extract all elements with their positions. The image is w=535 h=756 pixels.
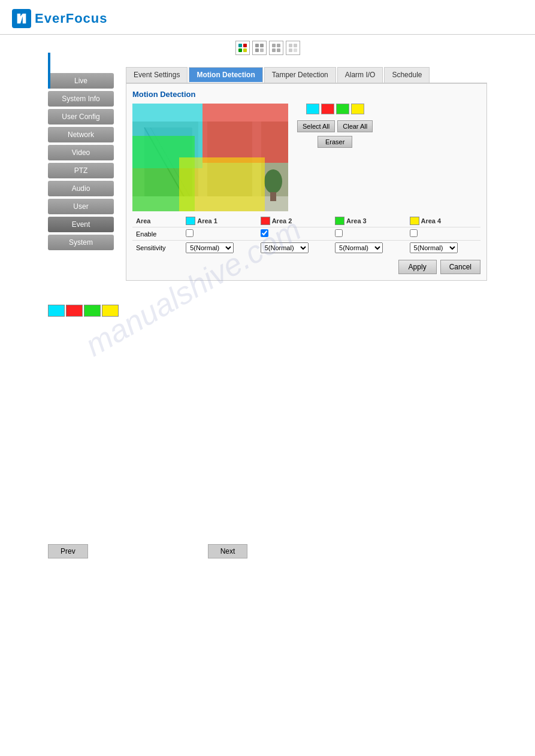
cancel-button[interactable]: Cancel xyxy=(440,260,480,274)
zone-red xyxy=(202,104,288,163)
enable-label: Enable xyxy=(132,227,182,241)
area3-header: Area 3 xyxy=(331,215,406,227)
area3-label: Area 3 xyxy=(346,217,367,224)
sensitivity-label: Sensitivity xyxy=(132,241,182,256)
area-header: Area xyxy=(132,215,182,227)
sidebar-item-audio[interactable]: Audio xyxy=(48,181,114,196)
svg-rect-9 xyxy=(277,44,280,47)
select-all-button[interactable]: Select All xyxy=(297,120,335,132)
area1-sensitivity-select[interactable]: 1(Low)2345(Normal)6789(High) xyxy=(186,242,234,253)
next-button[interactable]: Next xyxy=(208,544,248,558)
area4-sensitivity-select[interactable]: 1(Low)2345(Normal)6789(High) xyxy=(410,242,458,253)
area4-header: Area 4 xyxy=(406,215,480,227)
sidebar-item-event[interactable]: Event xyxy=(48,217,114,232)
eraser-button[interactable]: Eraser xyxy=(318,136,352,148)
tab-alarm-io[interactable]: Alarm I/O xyxy=(337,67,383,83)
icon-box-1[interactable] xyxy=(235,41,250,55)
svg-rect-5 xyxy=(260,44,264,47)
sidebar: Live System Info User Config Network Vid… xyxy=(48,73,114,281)
apply-button[interactable]: Apply xyxy=(398,260,437,274)
svg-rect-11 xyxy=(277,48,280,52)
area2-header: Area 2 xyxy=(257,215,331,227)
sidebar-item-video[interactable]: Video xyxy=(48,145,114,160)
prev-button[interactable]: Prev xyxy=(48,544,88,558)
logo-icon xyxy=(12,9,31,28)
enable-row: Enable xyxy=(132,227,480,241)
motion-detection-panel: Motion Detection xyxy=(126,83,487,281)
bottom-swatch-yellow xyxy=(102,305,119,317)
video-area: Select All Clear All Eraser xyxy=(132,104,480,211)
svg-rect-8 xyxy=(272,44,276,47)
logo: EverFocus xyxy=(12,9,523,28)
svg-rect-1 xyxy=(243,44,247,47)
sidebar-item-user-config[interactable]: User Config xyxy=(48,109,114,125)
sidebar-item-user[interactable]: User xyxy=(48,199,114,214)
tab-tamper-detection[interactable]: Tamper Detection xyxy=(264,67,336,83)
area2-sensitivity-select[interactable]: 1(Low)2345(Normal)6789(High) xyxy=(261,242,309,253)
area1-label: Area 1 xyxy=(197,217,217,224)
svg-rect-4 xyxy=(255,44,259,47)
icon-box-4[interactable] xyxy=(286,41,300,55)
sidebar-item-network[interactable]: Network xyxy=(48,127,114,142)
svg-point-24 xyxy=(264,169,282,193)
area2-sensitivity-cell: 1(Low)2345(Normal)6789(High) xyxy=(257,241,331,256)
area4-enable-cell xyxy=(406,227,480,241)
tab-schedule[interactable]: Schedule xyxy=(384,67,430,83)
svg-rect-0 xyxy=(238,44,242,47)
svg-rect-25 xyxy=(270,192,276,201)
control-panel: Select All Clear All Eraser xyxy=(297,104,373,148)
svg-rect-6 xyxy=(255,48,259,52)
logo-text: EverFocus xyxy=(35,11,108,26)
sensitivity-row: Sensitivity 1(Low)2345(Normal)6789(High)… xyxy=(132,241,480,256)
bottom-swatches xyxy=(48,305,535,317)
action-row: Apply Cancel xyxy=(132,260,480,274)
video-background xyxy=(132,104,288,211)
accent-bar xyxy=(48,53,50,89)
area1-sensitivity-cell: 1(Low)2345(Normal)6789(High) xyxy=(182,241,256,256)
area-table: Area Area 1 Area 2 xyxy=(132,215,480,255)
area3-color-block xyxy=(335,217,344,225)
area3-sensitivity-select[interactable]: 1(Low)2345(Normal)6789(High) xyxy=(335,242,383,253)
color-swatches xyxy=(306,104,364,114)
svg-rect-3 xyxy=(243,48,247,52)
clear-all-button[interactable]: Clear All xyxy=(337,120,373,132)
area2-label: Area 2 xyxy=(272,217,292,224)
bottom-nav: Prev Next xyxy=(48,544,535,558)
tab-event-settings[interactable]: Event Settings xyxy=(126,67,188,83)
icon-box-3[interactable] xyxy=(269,41,283,55)
video-preview xyxy=(132,104,288,211)
area1-color-block xyxy=(186,217,195,225)
area3-sensitivity-cell: 1(Low)2345(Normal)6789(High) xyxy=(331,241,406,256)
svg-rect-12 xyxy=(289,44,292,47)
svg-rect-7 xyxy=(260,48,264,52)
swatch-area1[interactable] xyxy=(306,104,319,114)
swatch-area4[interactable] xyxy=(351,104,364,114)
area1-enable-checkbox[interactable] xyxy=(186,229,194,237)
select-clear-btns: Select All Clear All xyxy=(297,120,373,132)
area4-enable-checkbox[interactable] xyxy=(410,229,418,237)
sidebar-item-system[interactable]: System xyxy=(48,235,114,250)
area3-enable-checkbox[interactable] xyxy=(335,229,343,237)
area3-enable-cell xyxy=(331,227,406,241)
bottom-swatch-red xyxy=(66,305,83,317)
area4-sensitivity-cell: 1(Low)2345(Normal)6789(High) xyxy=(406,241,480,256)
svg-rect-15 xyxy=(294,48,297,52)
sidebar-item-system-info[interactable]: System Info xyxy=(48,91,114,107)
area1-enable-cell xyxy=(182,227,256,241)
tabs: Event Settings Motion Detection Tamper D… xyxy=(126,67,487,83)
main-container: Live System Info User Config Network Vid… xyxy=(0,61,535,287)
area1-header: Area 1 xyxy=(182,215,256,227)
swatch-area2[interactable] xyxy=(321,104,334,114)
area2-enable-checkbox[interactable] xyxy=(261,229,268,237)
panel-title: Motion Detection xyxy=(132,90,480,99)
sidebar-item-ptz[interactable]: PTZ xyxy=(48,163,114,178)
swatch-area3[interactable] xyxy=(336,104,349,114)
area2-enable-cell xyxy=(257,227,331,241)
svg-rect-13 xyxy=(294,44,297,47)
icon-box-2[interactable] xyxy=(252,41,267,55)
tab-motion-detection[interactable]: Motion Detection xyxy=(189,67,262,83)
sidebar-item-live[interactable]: Live xyxy=(48,73,114,89)
zone-yellow xyxy=(179,157,265,211)
svg-rect-14 xyxy=(289,48,292,52)
content-area: Event Settings Motion Detection Tamper D… xyxy=(126,67,487,281)
